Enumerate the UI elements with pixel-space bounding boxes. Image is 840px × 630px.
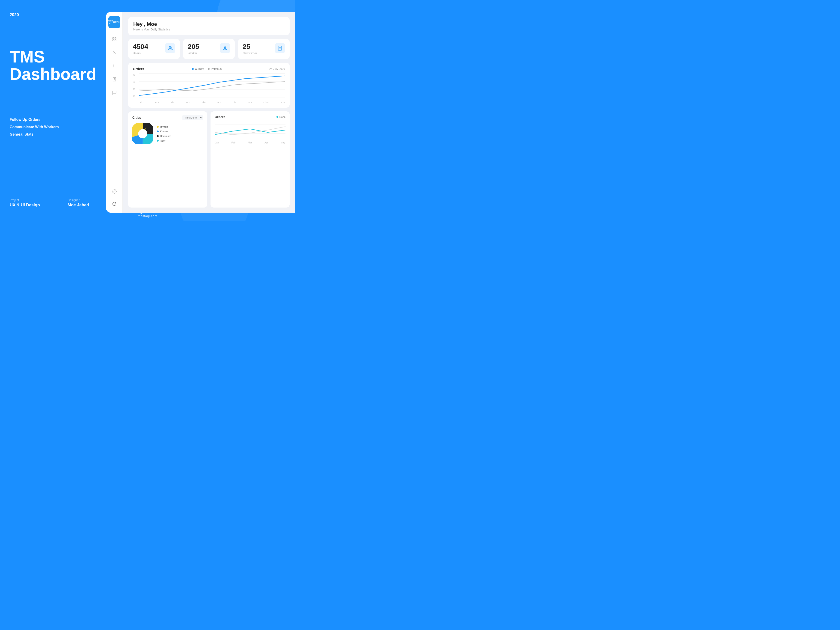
done-label: Done	[279, 115, 286, 118]
nav-icon-list[interactable]	[110, 62, 118, 70]
svg-point-19	[224, 47, 226, 48]
sidebar-logo: TECH MY SERVICE	[108, 16, 120, 28]
riyadh-dot	[157, 126, 159, 128]
title-dashboard: Dashboard	[10, 65, 96, 83]
pie-legend-dammam: Dammam	[157, 135, 171, 137]
current-dot	[192, 68, 194, 70]
svg-point-18	[170, 47, 172, 48]
nav-icon-document[interactable]	[110, 75, 118, 84]
users-icon	[165, 43, 175, 53]
pie-legend-taief: Taief	[157, 139, 171, 142]
orders-chart-section: Orders Current Pervious 25 July 2020 40	[128, 63, 290, 108]
feature-item-3: General Stats	[10, 133, 59, 136]
sidebar: TECH MY SERVICE	[106, 12, 123, 213]
bottom-row: Cities This Month Last Month	[128, 111, 290, 208]
svg-rect-3	[115, 39, 116, 41]
chart-area	[139, 74, 285, 98]
sidebar-nav	[110, 35, 118, 187]
stat-card-order: 25 New Order	[238, 39, 290, 59]
chart-y-labels: 40 30 20 10	[133, 74, 135, 98]
nav-icon-logout[interactable]	[110, 200, 118, 208]
footer-info: Project UX & UI Design Designer Moe Jeha…	[10, 198, 89, 208]
svg-point-7	[113, 66, 114, 66]
header-subtitle: Here Is Your Daily Statistics	[133, 28, 284, 31]
dammam-label: Dammam	[160, 135, 171, 137]
cities-card-title: Cities	[133, 116, 141, 120]
cities-card-header: Cities This Month Last Month	[133, 115, 203, 120]
header-card: Hey , Moe Here Is Your Daily Statistics	[128, 17, 290, 35]
orders-bottom-card: Orders Done	[210, 111, 290, 208]
x-feb: Feb	[232, 141, 235, 144]
svg-rect-20	[224, 49, 226, 50]
project-value: UX & UI Design	[10, 203, 40, 208]
feature-item-1: Follow Up Orders	[10, 118, 59, 122]
stat-order-label: New Order	[243, 51, 257, 55]
designer-label: Designer	[68, 198, 89, 202]
chart-x-labels: Jul 1 Jul 2 Jul 4 Jul 5 Jul 6 Jul 7 Jul …	[139, 101, 285, 104]
stat-users-label: Users	[133, 51, 148, 55]
features-list: Follow Up Orders Communicate With Worker…	[10, 118, 59, 140]
done-dot	[276, 116, 278, 118]
current-label: Current	[195, 67, 204, 71]
stats-row: 4504 Users 205 Worker	[128, 39, 290, 59]
svg-rect-1	[115, 38, 116, 39]
nav-icon-settings[interactable]	[110, 187, 118, 196]
pie-legend: Riyadh Khobar Dammam Taief	[157, 125, 171, 142]
feature-item-2: Communicate With Workers	[10, 125, 59, 129]
taief-label: Taief	[160, 139, 165, 142]
x-may: May	[281, 141, 285, 144]
svg-point-4	[114, 51, 115, 52]
dashboard-container: TECH MY SERVICE	[106, 12, 295, 213]
title-block: TMS Dashboard	[10, 49, 96, 83]
khobar-label: Khobar	[160, 130, 168, 133]
pervious-label: Pervious	[211, 67, 222, 71]
riyadh-label: Riyadh	[160, 125, 168, 128]
x-mar: Mar	[248, 141, 252, 144]
month-selector[interactable]: This Month Last Month	[182, 115, 203, 120]
svg-point-17	[169, 47, 171, 48]
title-tms: TMS	[10, 49, 96, 65]
logo-text-1: TECH MY	[108, 20, 113, 25]
svg-point-15	[114, 191, 115, 192]
x-apr: Apr	[264, 141, 268, 144]
stat-worker-value: 205	[188, 43, 199, 50]
pie-legend-khobar: Khobar	[157, 130, 171, 133]
logo-text-2: SERVICE	[113, 21, 121, 23]
order-icon	[275, 43, 285, 53]
watermark-url: mostaql.com	[138, 214, 158, 218]
footer-designer: Designer Moe Jehad	[68, 198, 89, 208]
stat-card-worker: 205 Worker	[183, 39, 235, 59]
legend-pervious: Pervious	[208, 67, 222, 71]
nav-icon-user[interactable]	[110, 49, 118, 57]
stat-worker-label: Worker	[188, 51, 199, 55]
worker-icon	[220, 43, 230, 53]
footer-project: Project UX & UI Design	[10, 198, 40, 208]
orders-bottom-header: Orders Done	[215, 115, 286, 119]
pervious-dot	[208, 68, 210, 70]
year-label: 2020	[10, 13, 19, 17]
nav-icon-chat[interactable]	[110, 88, 118, 97]
pie-legend-riyadh: Riyadh	[157, 125, 171, 128]
header-greeting: Hey , Moe	[133, 21, 284, 27]
pie-chart	[133, 123, 153, 144]
main-content: Hey , Moe Here Is Your Daily Statistics …	[123, 12, 295, 213]
cities-card: Cities This Month Last Month	[128, 111, 207, 208]
orders-line-chart: 40 30 20 10	[133, 74, 285, 104]
done-legend: Done	[276, 115, 286, 118]
orders-chart-title: Orders	[133, 67, 144, 71]
pie-section: Riyadh Khobar Dammam Taief	[133, 123, 203, 144]
legend-current: Current	[192, 67, 204, 71]
designer-value: Moe Jehad	[68, 203, 89, 208]
x-jan: Jan	[215, 141, 219, 144]
chart-date: 25 July 2020	[269, 67, 285, 71]
svg-point-9	[113, 66, 114, 67]
nav-icon-grid[interactable]	[110, 35, 118, 43]
orders-chart-legend: Current Pervious	[192, 67, 222, 71]
svg-rect-2	[112, 39, 114, 41]
stat-order-value: 25	[243, 43, 257, 50]
small-orders-chart: Jan Feb Mar Apr May	[215, 122, 286, 145]
dammam-dot	[157, 135, 159, 137]
orders-chart-header: Orders Current Pervious 25 July 2020	[133, 67, 285, 71]
svg-point-33	[138, 129, 147, 138]
stat-card-users: 4504 Users	[128, 39, 180, 59]
